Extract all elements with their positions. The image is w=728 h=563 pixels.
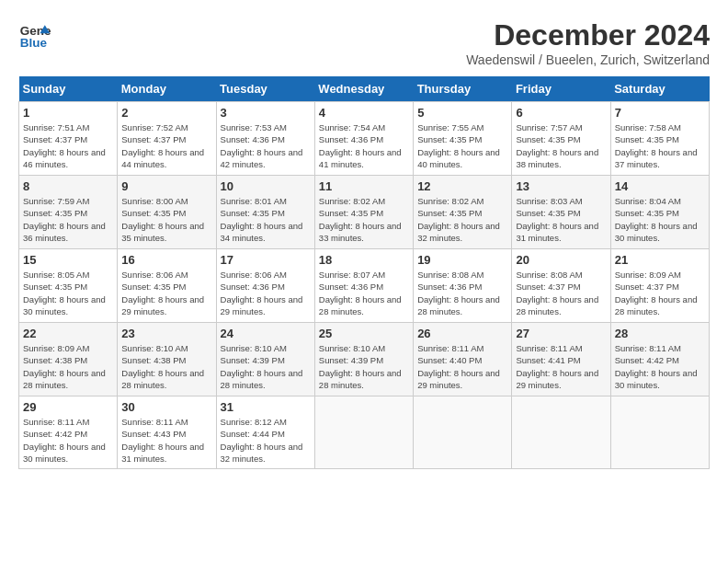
table-row: 21Sunrise: 8:09 AMSunset: 4:37 PMDayligh… (610, 249, 709, 323)
table-row: 12Sunrise: 8:02 AMSunset: 4:35 PMDayligh… (414, 176, 512, 249)
header-row: Sunday Monday Tuesday Wednesday Thursday… (19, 76, 710, 102)
table-row: 9Sunrise: 8:00 AMSunset: 4:35 PMDaylight… (118, 176, 216, 249)
table-row: 5Sunrise: 7:55 AMSunset: 4:35 PMDaylight… (414, 102, 512, 176)
table-row: 7Sunrise: 7:58 AMSunset: 4:35 PMDaylight… (610, 102, 709, 176)
table-row: 10Sunrise: 8:01 AMSunset: 4:35 PMDayligh… (216, 176, 314, 249)
table-row: 1Sunrise: 7:51 AMSunset: 4:37 PMDaylight… (19, 102, 118, 176)
table-row: 8Sunrise: 7:59 AMSunset: 4:35 PMDaylight… (19, 176, 118, 249)
table-row: 2Sunrise: 7:52 AMSunset: 4:37 PMDaylight… (118, 102, 216, 176)
table-row: 14Sunrise: 8:04 AMSunset: 4:35 PMDayligh… (610, 176, 709, 249)
title-area: December 2024 Waedenswil / Bueelen, Zuri… (466, 18, 710, 67)
svg-text:Blue: Blue (20, 36, 48, 50)
col-friday: Friday (512, 76, 610, 102)
table-row: 22Sunrise: 8:09 AMSunset: 4:38 PMDayligh… (19, 323, 118, 396)
table-row: 16Sunrise: 8:06 AMSunset: 4:35 PMDayligh… (118, 249, 216, 323)
table-row: 27Sunrise: 8:11 AMSunset: 4:41 PMDayligh… (512, 323, 610, 396)
col-thursday: Thursday (414, 76, 512, 102)
col-tuesday: Tuesday (216, 76, 314, 102)
table-row: 17Sunrise: 8:06 AMSunset: 4:36 PMDayligh… (216, 249, 314, 323)
col-monday: Monday (118, 76, 216, 102)
table-row (512, 396, 610, 469)
table-row (610, 396, 709, 469)
table-row: 26Sunrise: 8:11 AMSunset: 4:40 PMDayligh… (414, 323, 512, 396)
col-wednesday: Wednesday (314, 76, 413, 102)
table-row: 20Sunrise: 8:08 AMSunset: 4:37 PMDayligh… (512, 249, 610, 323)
col-sunday: Sunday (19, 76, 118, 102)
col-saturday: Saturday (610, 76, 709, 102)
table-row: 25Sunrise: 8:10 AMSunset: 4:39 PMDayligh… (314, 323, 413, 396)
month-title: December 2024 (466, 18, 710, 52)
logo-icon: General Blue (18, 18, 51, 52)
table-row: 4Sunrise: 7:54 AMSunset: 4:36 PMDaylight… (314, 102, 413, 176)
table-row: 29Sunrise: 8:11 AMSunset: 4:42 PMDayligh… (19, 396, 118, 469)
table-row: 24Sunrise: 8:10 AMSunset: 4:39 PMDayligh… (216, 323, 314, 396)
table-row: 18Sunrise: 8:07 AMSunset: 4:36 PMDayligh… (314, 249, 413, 323)
page-header: General Blue December 2024 Waedenswil / … (18, 18, 710, 67)
table-row: 19Sunrise: 8:08 AMSunset: 4:36 PMDayligh… (414, 249, 512, 323)
table-row: 28Sunrise: 8:11 AMSunset: 4:42 PMDayligh… (610, 323, 709, 396)
table-row: 23Sunrise: 8:10 AMSunset: 4:38 PMDayligh… (118, 323, 216, 396)
table-row: 31Sunrise: 8:12 AMSunset: 4:44 PMDayligh… (216, 396, 314, 469)
table-row: 13Sunrise: 8:03 AMSunset: 4:35 PMDayligh… (512, 176, 610, 249)
table-row: 11Sunrise: 8:02 AMSunset: 4:35 PMDayligh… (314, 176, 413, 249)
table-row (314, 396, 413, 469)
table-row: 6Sunrise: 7:57 AMSunset: 4:35 PMDaylight… (512, 102, 610, 176)
table-row: 30Sunrise: 8:11 AMSunset: 4:43 PMDayligh… (118, 396, 216, 469)
calendar-table: Sunday Monday Tuesday Wednesday Thursday… (18, 76, 710, 469)
location-title: Waedenswil / Bueelen, Zurich, Switzerlan… (466, 52, 710, 67)
table-row: 15Sunrise: 8:05 AMSunset: 4:35 PMDayligh… (19, 249, 118, 323)
logo: General Blue (18, 18, 51, 52)
table-row: 3Sunrise: 7:53 AMSunset: 4:36 PMDaylight… (216, 102, 314, 176)
table-row (414, 396, 512, 469)
